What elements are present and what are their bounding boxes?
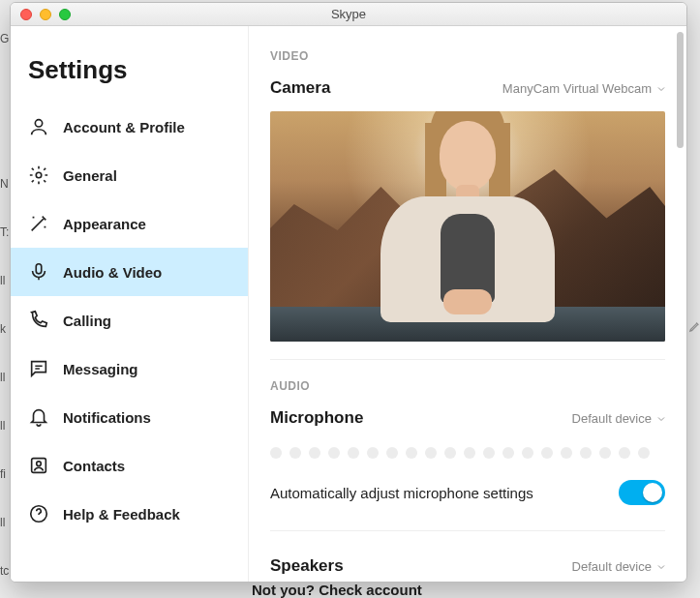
chat-icon xyxy=(28,358,49,379)
sidebar-item-notifications[interactable]: Notifications xyxy=(11,393,248,441)
divider xyxy=(270,359,665,360)
chevron-down-icon xyxy=(655,561,665,571)
microphone-level-meter xyxy=(270,441,665,476)
microphone-select[interactable]: Default device xyxy=(572,411,665,426)
svg-rect-2 xyxy=(36,264,42,274)
microphone-icon xyxy=(28,261,49,283)
camera-preview xyxy=(270,111,665,342)
sidebar-item-label: Messaging xyxy=(63,361,138,377)
microphone-label: Microphone xyxy=(270,408,363,428)
chevron-down-icon xyxy=(655,83,665,93)
settings-window: Skype Settings Account & Profile General xyxy=(10,2,687,583)
bell-icon xyxy=(28,406,49,428)
camera-value: ManyCam Virtual Webcam xyxy=(502,81,652,96)
sidebar-item-help[interactable]: Help & Feedback xyxy=(11,490,248,538)
settings-sidebar: Settings Account & Profile General Appea… xyxy=(11,26,249,582)
sidebar-item-messaging[interactable]: Messaging xyxy=(11,344,248,393)
wand-icon xyxy=(28,213,49,234)
background-partial-text: GNT:llkllllfilltcll xyxy=(0,0,10,598)
background-prompt: Not you? Check account xyxy=(252,582,422,598)
svg-point-1 xyxy=(36,172,42,178)
contacts-icon xyxy=(28,455,49,476)
help-icon xyxy=(28,503,49,524)
svg-point-4 xyxy=(37,462,42,466)
microphone-value: Default device xyxy=(572,411,652,426)
window-title: Skype xyxy=(11,7,686,21)
chevron-down-icon xyxy=(655,413,665,423)
sidebar-item-label: Contacts xyxy=(63,458,125,474)
svg-point-0 xyxy=(35,120,42,127)
audio-section-label: AUDIO xyxy=(270,379,665,393)
titlebar: Skype xyxy=(11,3,686,26)
camera-label: Camera xyxy=(270,78,330,98)
speakers-select[interactable]: Default device xyxy=(572,559,665,574)
speakers-value: Default device xyxy=(572,559,652,574)
gear-icon xyxy=(28,164,49,186)
sidebar-item-label: Calling xyxy=(63,313,111,329)
sidebar-item-label: Account & Profile xyxy=(63,119,185,135)
sidebar-item-label: General xyxy=(63,167,117,184)
auto-adjust-label: Automatically adjust microphone settings xyxy=(270,485,533,501)
sidebar-item-account[interactable]: Account & Profile xyxy=(11,103,248,151)
settings-content: VIDEO Camera ManyCam Virtual Webcam xyxy=(249,26,686,582)
sidebar-item-contacts[interactable]: Contacts xyxy=(11,441,248,490)
sidebar-item-label: Help & Feedback xyxy=(63,506,180,523)
sidebar-item-label: Audio & Video xyxy=(63,264,162,281)
divider xyxy=(270,530,665,531)
camera-select[interactable]: ManyCam Virtual Webcam xyxy=(502,81,665,96)
sidebar-item-audio-video[interactable]: Audio & Video xyxy=(11,248,248,296)
sidebar-item-general[interactable]: General xyxy=(11,151,248,199)
settings-heading: Settings xyxy=(11,55,248,103)
person-icon xyxy=(28,116,49,137)
sidebar-item-calling[interactable]: Calling xyxy=(11,296,248,344)
speaker-volume-ticks: 012345678910 xyxy=(270,580,665,582)
video-section-label: VIDEO xyxy=(270,49,665,63)
auto-adjust-toggle[interactable] xyxy=(619,480,665,505)
sidebar-item-label: Notifications xyxy=(63,409,151,426)
sidebar-item-label: Appearance xyxy=(63,216,146,232)
scrollbar[interactable] xyxy=(677,32,684,148)
sidebar-item-appearance[interactable]: Appearance xyxy=(11,199,248,248)
speakers-label: Speakers xyxy=(270,556,344,576)
pencil-icon xyxy=(688,319,700,339)
phone-icon xyxy=(28,310,49,331)
